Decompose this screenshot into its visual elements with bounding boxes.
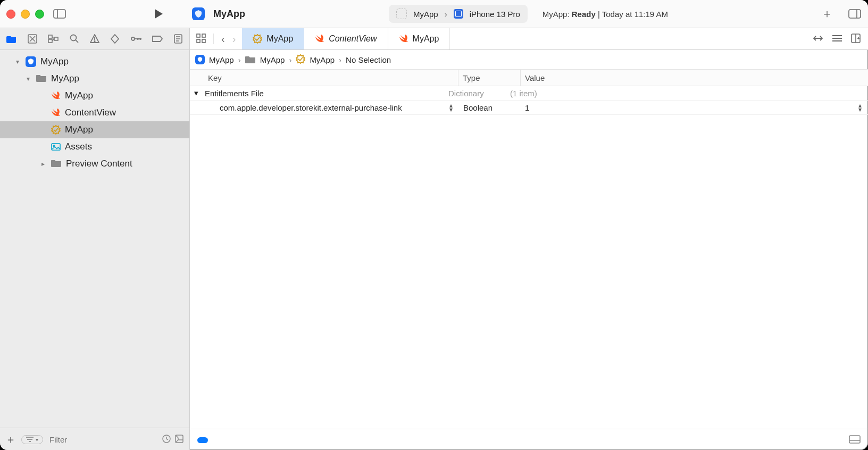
chevron-right-icon: › [289,55,291,64]
tree-item-project[interactable]: ▾MyApp [0,53,189,70]
nav-back-button[interactable]: ‹ [221,33,225,45]
chevron-down-icon[interactable]: ▾ [24,75,32,82]
add-editor-icon[interactable] [851,34,861,45]
tree-item-label: Preview Content [66,159,132,169]
tree-item-swift[interactable]: MyApp [0,87,189,104]
tree-item-label: MyApp [65,90,93,101]
column-value[interactable]: Value [521,70,868,86]
breadcrumb-segment[interactable]: No Selection [346,55,391,64]
scheme-selector[interactable]: MyApp › iPhone 13 Pro [389,5,528,23]
report-navigator-icon[interactable] [173,34,183,44]
tree-item-folder[interactable]: ▸Preview Content [0,155,189,172]
plist-key: com.apple.developer.storekit.external-pu… [220,103,402,112]
app-icon [195,55,205,64]
debug-navigator-icon[interactable] [131,34,141,44]
zoom-window-button[interactable] [35,10,44,19]
source-control-navigator-icon[interactable] [28,34,37,44]
svg-rect-50 [849,436,860,443]
breadcrumb-segment[interactable]: MyApp [209,55,234,64]
folder-icon [51,159,62,170]
chevron-down-icon[interactable]: ▾ [14,58,21,65]
activity-status: MyApp: Ready | Today at 11:19 AM [533,10,668,19]
svg-rect-37 [197,34,200,37]
svg-line-14 [76,40,78,43]
minimize-window-button[interactable] [21,10,30,19]
column-type[interactable]: Type [458,70,521,86]
svg-point-19 [131,37,135,40]
tab-controls-left: ‹ › [190,28,242,49]
tree-item-folder[interactable]: ▾MyApp [0,70,189,87]
window-controls [6,10,44,19]
breakpoint-navigator-icon[interactable] [152,34,163,44]
close-window-button[interactable] [6,10,15,19]
toggle-inspector-icon[interactable] [848,9,862,19]
breakpoint-toggle[interactable] [197,437,208,443]
navigator-sidebar: ▾MyApp▾MyAppMyAppContentViewMyAppAssets▸… [0,28,190,450]
chevron-right-icon: › [445,10,447,19]
tree-item-label: ContentView [65,107,116,118]
toggle-navigator-icon[interactable] [53,9,66,19]
device-icon [454,9,463,19]
tab-myapp[interactable]: MyApp [388,28,450,49]
svg-point-13 [70,35,76,41]
device-name: iPhone 13 Pro [470,10,520,19]
editor-options-icon[interactable] [832,35,842,44]
plist-row[interactable]: ▾Entitlements FileDictionary(1 item) [190,86,868,101]
tab-myapp[interactable]: MyApp [242,28,304,49]
svg-point-21 [137,38,138,39]
plist-type: Dictionary [444,89,506,98]
add-file-button[interactable]: ＋ [5,432,16,447]
navigator-filter-input[interactable] [48,435,156,445]
toggle-debug-area-icon[interactable] [849,435,861,445]
tab-controls-right [805,28,868,49]
window-title: MyApp [213,9,245,20]
symbol-navigator-icon[interactable] [48,34,59,44]
stepper-icon[interactable]: ▴▾ [449,103,453,112]
scm-filter-icon[interactable] [174,434,184,445]
tree-item-label: Assets [65,141,92,152]
svg-rect-9 [48,39,52,43]
recent-filter-icon[interactable] [162,434,171,445]
add-button[interactable]: ＋ [821,6,833,22]
plist-body: ▾Entitlements FileDictionary(1 item)com.… [190,86,868,115]
chevron-down-icon[interactable]: ▾ [194,88,202,98]
project-navigator-icon[interactable] [6,34,17,44]
column-key[interactable]: Key [190,70,458,86]
breadcrumb-segment[interactable]: MyApp [260,55,285,64]
tab-bar: ‹ › MyAppContentViewMyApp [190,28,868,50]
filter-scope-button[interactable]: ▾ [21,435,43,444]
adjust-editor-icon[interactable] [813,35,823,44]
chevron-right-icon[interactable]: ▸ [39,160,47,168]
jump-bar[interactable]: MyApp›MyApp›MyApp›No Selection [190,50,868,70]
scheme-name: MyApp [413,10,438,19]
plist-type: Boolean [459,103,521,112]
related-items-icon[interactable] [196,34,206,45]
entitlements-icon [253,34,262,44]
tree-item-swift[interactable]: ContentView [0,104,189,121]
plist-key: Entitlements File [205,89,264,98]
nav-forward-button[interactable]: › [232,33,236,45]
svg-rect-28 [52,144,60,151]
test-navigator-icon[interactable] [110,34,120,44]
tree-item-label: MyApp [65,124,93,135]
swift-icon [315,34,324,44]
run-button[interactable] [152,9,165,19]
svg-point-17 [94,41,95,42]
xcode-window: MyApp MyApp › iPhone 13 Pro MyApp: Ready… [0,0,868,450]
tab-contentview[interactable]: ContentView [304,28,388,49]
find-navigator-icon[interactable] [69,34,79,44]
stepper-icon[interactable]: ▴▾ [858,103,862,112]
plist-value: (1 item) [510,89,537,98]
debug-bar [190,429,868,450]
breadcrumb-segment[interactable]: MyApp [310,55,335,64]
tree-item-entitlements[interactable]: MyApp [0,121,189,138]
scheme-icon [396,9,407,19]
svg-marker-18 [111,35,119,43]
tree-item-assets[interactable]: Assets [0,138,189,155]
issue-navigator-icon[interactable] [90,34,99,44]
folder-icon [36,73,47,85]
svg-point-29 [53,145,55,147]
plist-row[interactable]: com.apple.developer.storekit.external-pu… [190,101,868,115]
svg-rect-0 [54,10,65,18]
svg-rect-10 [54,37,58,40]
